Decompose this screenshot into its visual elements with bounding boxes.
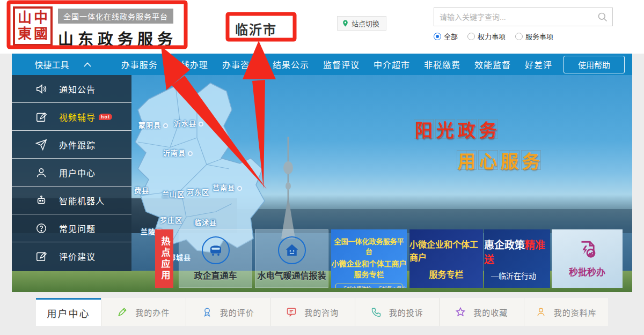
bottom-item-label: 我的办件 bbox=[135, 307, 170, 318]
card-gov-enterprise-express[interactable]: 政企直通车 bbox=[179, 229, 252, 288]
nav-item-services[interactable]: 办事服务 bbox=[114, 58, 165, 71]
card-title: 政企直通车 bbox=[194, 269, 237, 281]
nav-item-online[interactable]: 在线办理 bbox=[165, 58, 215, 71]
my-consultations[interactable]: 我的咨询 bbox=[270, 298, 355, 326]
seal-char: 國 bbox=[33, 26, 49, 42]
card-enterprise-policy[interactable]: 惠企政策精准送 —临沂在行动 bbox=[484, 229, 550, 288]
filter-all[interactable]: 全部 bbox=[434, 31, 458, 41]
card-line: 全国一体化政务服务平台 bbox=[331, 236, 407, 256]
sidebar-item-notices[interactable]: 通知公告 bbox=[12, 75, 131, 103]
card-line: 服务专栏 bbox=[429, 267, 463, 280]
quick-tools-toggle[interactable]: 快捷工具 bbox=[12, 54, 114, 75]
nav-item-supervise[interactable]: 监督评议 bbox=[316, 58, 367, 71]
my-library[interactable]: 我的资料库 bbox=[524, 298, 609, 326]
nav-item-results[interactable]: 结果公示 bbox=[266, 58, 316, 71]
page-header: 山 中 東 國 全国一体化在线政务服务平台 山东政务服务 临沂市 站点切换 全部 bbox=[0, 0, 644, 54]
my-favorites[interactable]: 我的收藏 bbox=[439, 298, 524, 326]
nav-item-agency[interactable]: 中介超市 bbox=[367, 58, 417, 71]
radio-icon bbox=[434, 33, 441, 40]
card-title: 秒批秒办 bbox=[569, 265, 605, 278]
sidebar-item-label: 办件跟踪 bbox=[59, 138, 96, 151]
filter-label: 权力事项 bbox=[478, 31, 506, 41]
sidebar-item-video-tutorial[interactable]: 视频辅导 hot bbox=[12, 103, 131, 131]
district-yinan[interactable]: 沂南县 bbox=[163, 147, 193, 158]
location-pin-icon bbox=[342, 19, 349, 27]
card-line: 小微企业和个体工商户 bbox=[409, 237, 483, 263]
tab-user-center[interactable]: 用户中心 bbox=[36, 298, 101, 326]
district-feixian[interactable]: 费县 bbox=[134, 185, 149, 195]
nav-item-efficiency[interactable]: 效能监督 bbox=[467, 58, 518, 71]
district-marker-icon bbox=[199, 122, 203, 126]
ring-icon bbox=[278, 236, 306, 264]
filter-label: 全部 bbox=[444, 31, 458, 41]
nav-items: 办事服务 在线办理 办事咨询 结果公示 监督评议 中介超市 非税缴费 效能监督 … bbox=[114, 56, 632, 73]
district-luozhuang[interactable]: 罗庄区 bbox=[160, 214, 182, 225]
district-linshu[interactable]: 临沭县 bbox=[194, 217, 217, 227]
filter-service-items[interactable]: 服务事项 bbox=[515, 31, 553, 41]
sidebar-item-faq[interactable]: 常见问题 bbox=[12, 214, 131, 242]
sidebar-item-feedback[interactable]: 评价建议 bbox=[12, 242, 131, 270]
bottom-item-label: 我的收藏 bbox=[473, 307, 508, 318]
sidebar-item-label: 视频辅导 bbox=[59, 110, 96, 123]
sidebar-item-tracking[interactable]: 办件跟踪 bbox=[12, 131, 131, 159]
nav-item-consult[interactable]: 办事咨询 bbox=[215, 58, 266, 71]
district-marker-icon bbox=[237, 186, 242, 191]
robot-icon bbox=[35, 195, 47, 206]
search-input[interactable] bbox=[434, 13, 593, 21]
card-smb-column[interactable]: 小微企业和个体工商户 服务专栏 bbox=[409, 229, 483, 288]
search-box bbox=[434, 8, 613, 26]
district-marker-icon bbox=[188, 151, 193, 156]
paper-plane-icon bbox=[35, 139, 47, 151]
phone-icon bbox=[371, 307, 382, 317]
card-subbox: 一手抓疫情防控 一手抓复工复产 政策易于知晓 服务一起办理 bbox=[335, 284, 402, 288]
my-complaints[interactable]: 我的投诉 bbox=[355, 298, 440, 326]
quick-tools-sidebar: 通知公告 视频辅导 hot 办件跟踪 用户中心 智能机器人 bbox=[12, 75, 131, 271]
district-mengyin[interactable]: 蒙阴县 bbox=[138, 120, 168, 130]
current-city[interactable]: 临沂市 bbox=[235, 19, 277, 38]
search-filters: 全部 权力事项 服务事项 bbox=[434, 31, 563, 41]
help-button[interactable]: 使用帮助 bbox=[564, 56, 625, 73]
site-logo[interactable]: 山 中 東 國 全国一体化在线政务服务平台 山东政务服务 bbox=[13, 6, 177, 49]
main-nav: 快捷工具 办事服务 在线办理 办事咨询 结果公示 监督评议 中介超市 非税缴费 … bbox=[12, 54, 632, 75]
card-subline: 一手抓疫情防控 一手抓复工复产 bbox=[337, 286, 400, 288]
search-button[interactable] bbox=[593, 8, 612, 26]
slogan-heart-service: 用 心 服 务 bbox=[457, 150, 543, 170]
site-switch-button[interactable]: 站点切换 bbox=[337, 16, 386, 31]
ring-icon bbox=[202, 236, 230, 264]
nav-item-nontax[interactable]: 非税缴费 bbox=[417, 58, 467, 71]
card-instant-approval[interactable]: 秒批秒办 bbox=[552, 229, 623, 288]
sidebar-item-label: 智能机器人 bbox=[59, 194, 105, 207]
hot-badge: hot bbox=[99, 114, 112, 120]
quick-tools-label: 快捷工具 bbox=[34, 58, 69, 71]
filter-power-items[interactable]: 权力事项 bbox=[467, 31, 506, 41]
bottom-item-label: 我的投诉 bbox=[389, 307, 423, 318]
sidebar-item-user-center[interactable]: 用户中心 bbox=[12, 159, 131, 187]
filter-label: 服务事项 bbox=[525, 31, 553, 41]
house-icon bbox=[284, 242, 300, 258]
district-lanshan[interactable]: 兰山区 bbox=[162, 189, 185, 199]
platform-badge: 全国一体化在线政务服务平台 bbox=[58, 9, 173, 24]
sidebar-item-robot[interactable]: 智能机器人 bbox=[12, 187, 131, 214]
comment-icon bbox=[286, 307, 297, 317]
nav-item-rating[interactable]: 好差评 bbox=[518, 58, 559, 71]
my-reviews[interactable]: 我的评价 bbox=[186, 298, 270, 326]
seal-char: 東 bbox=[17, 26, 33, 42]
card-title: 水电气暖通信报装 bbox=[257, 269, 326, 281]
hot-apps-tag[interactable]: 热点应用 bbox=[155, 229, 173, 288]
bottom-item-label: 我的咨询 bbox=[304, 307, 339, 318]
card-smb-platform[interactable]: 全国一体化政务服务平台 小微企业和个体工商户服务专栏 一手抓疫情防控 一手抓复工… bbox=[331, 229, 407, 288]
my-applications[interactable]: 我的办件 bbox=[101, 298, 186, 326]
card-line: —临沂在行动 bbox=[491, 270, 536, 281]
card-line: 惠企政策 bbox=[484, 240, 525, 251]
card-utilities-install[interactable]: 水电气暖通信报装 bbox=[255, 229, 328, 288]
district-hedong[interactable]: 河东区 bbox=[187, 187, 209, 197]
district-yishui[interactable]: 沂水县 bbox=[174, 118, 203, 128]
card-line: 小微企业和个体工商户服务专栏 bbox=[331, 258, 407, 279]
train-icon bbox=[208, 242, 224, 258]
question-icon bbox=[35, 222, 47, 234]
sidebar-item-label: 常见问题 bbox=[59, 222, 96, 235]
sidebar-item-label: 通知公告 bbox=[59, 83, 96, 95]
radio-icon bbox=[467, 33, 475, 40]
district-junan[interactable]: 莒南县 bbox=[213, 182, 242, 192]
flash-doc-icon bbox=[576, 239, 598, 262]
